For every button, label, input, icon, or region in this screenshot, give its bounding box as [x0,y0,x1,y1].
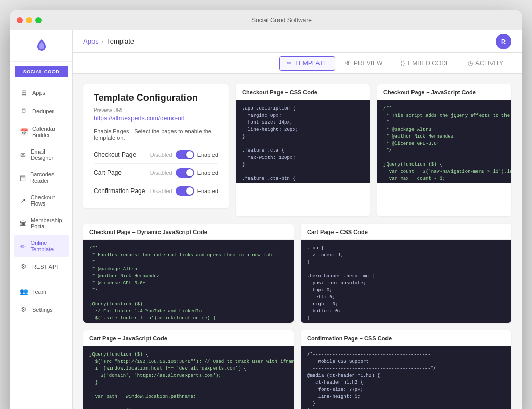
enabled-label-confirmation: Enabled [197,188,218,194]
preview-url: https://altruexperts.com/demo-url [94,115,218,122]
page-toggle-checkout: Checkout Page Disabled Enabled [94,146,218,164]
enable-pages-label: Enable Pages - Select the pages to enabl… [94,128,218,141]
sidebar-item-team[interactable]: 👥 Team [14,283,69,300]
toggle-cart[interactable] [176,168,194,178]
activity-tab-icon: ◷ [468,60,473,67]
minimize-button[interactable] [26,17,32,23]
sidebar-item-barcodes[interactable]: ▤ Barcodes Reader [14,167,69,188]
page-body: Template Configuration Preview URL https… [73,74,522,409]
checkout-page-name: Checkout Page [94,151,146,158]
sidebar-nav: ⊞ Apps ⧉ Deduper 📅 Calendar Builder ✉ Em… [10,81,72,321]
toggle-confirmation[interactable] [176,186,194,196]
sidebar-label-calendar: Calendar Builder [32,126,63,138]
sidebar-label-deduper: Deduper [32,108,54,114]
sidebar-logo [10,30,72,62]
sidebar-item-membership[interactable]: 🏛 Membership Portal [14,212,69,234]
toggle-checkout[interactable] [176,150,194,159]
breadcrumb-apps[interactable]: Apps [83,37,99,45]
activity-tab-label: ACTIVITY [475,60,503,67]
checkout-js-content[interactable]: /** * This script adds the jQuery effect… [377,100,511,183]
email-icon: ✉ [20,151,26,159]
maximize-button[interactable] [35,17,42,23]
code-block-checkout-js: Checkout Page – JavaScript Code /** * Th… [377,84,511,216]
embed-tab-label: EMBED CODE [408,60,450,67]
code-grid-row3: Cart Page – JavaScript Code jQuery(funct… [83,330,511,409]
calendar-icon: 📅 [20,128,28,136]
tab-activity[interactable]: ◷ ACTIVITY [460,56,511,71]
sidebar-label-barcodes: Barcodes Reader [30,171,63,184]
preview-tab-label: PREVIEW [354,60,382,67]
embed-tab-icon: ⟨⟩ [400,60,405,67]
checkout-dynamic-js-content[interactable]: /** * Handles request for external links… [83,240,294,323]
sidebar-item-apps[interactable]: ⊞ Apps [14,84,69,101]
tab-embed-code[interactable]: ⟨⟩ EMBED CODE [392,56,458,71]
config-title: Template Configuration [94,92,218,103]
app-body: SOCIAL GOOD ⊞ Apps ⧉ Deduper 📅 Calendar … [10,30,522,409]
sidebar-label-online-template: Online Template [31,240,63,252]
close-button[interactable] [17,17,23,23]
toggle-labels-confirmation: Disabled Enabled [150,186,218,196]
toggle-labels-cart: Disabled Enabled [150,168,218,178]
main-content: Apps › Template R ✏ TEMPLATE 👁 PREVIEW [73,30,522,409]
sidebar: SOCIAL GOOD ⊞ Apps ⧉ Deduper 📅 Calendar … [10,30,73,409]
deduper-icon: ⧉ [20,107,28,115]
sidebar-item-rest-api[interactable]: ⚙ REST API [14,258,69,275]
breadcrumb-current: Template [107,37,134,45]
preview-url-label: Preview URL [94,107,218,113]
template-tab-label: TEMPLATE [295,60,327,67]
code-grid-checkout: Checkout Page – CSS Code .app .descripti… [236,84,511,216]
sidebar-label-rest-api: REST API [32,264,58,270]
sidebar-label-team: Team [32,289,46,295]
checkout-dynamic-js-title: Checkout Page – Dynamic JavaScript Code [83,224,294,240]
top-nav: Apps › Template R [73,30,522,53]
preview-tab-icon: 👁 [345,60,351,67]
sidebar-divider [17,279,66,279]
code-block-confirmation-css: Confirmation Page – CSS Code /*---------… [301,330,511,409]
rest-api-icon: ⚙ [20,263,28,270]
sidebar-label-checkout: Checkout Flows [31,194,63,207]
sidebar-item-settings[interactable]: ⚙ Settings [14,301,69,318]
page-toggle-cart: Cart Page Disabled Enabled [94,164,218,182]
tab-template[interactable]: ✏ TEMPLATE [279,56,335,71]
membership-icon: 🏛 [20,220,26,227]
cart-js-title: Cart Page – JavaScript Code [83,330,294,346]
code-block-checkout-css: Checkout Page – CSS Code .app .descripti… [236,84,370,216]
enabled-label-cart: Enabled [197,170,218,176]
code-block-cart-js: Cart Page – JavaScript Code jQuery(funct… [83,330,294,409]
page-toggle-confirmation: Confirmation Page Disabled Enabled [94,182,218,200]
checkout-js-title: Checkout Page – JavaScript Code [377,84,511,100]
sidebar-item-online-template[interactable]: ✏ Online Template [14,235,69,257]
sidebar-label-settings: Settings [32,307,53,313]
settings-icon: ⚙ [20,306,28,313]
breadcrumb-separator: › [102,38,104,45]
sidebar-item-deduper[interactable]: ⧉ Deduper [14,102,69,120]
sidebar-item-calendar[interactable]: 📅 Calendar Builder [14,121,69,143]
toggle-labels-checkout: Disabled Enabled [150,150,218,159]
config-section: Template Configuration Preview URL https… [83,84,229,208]
avatar[interactable]: R [496,34,511,49]
sidebar-label-membership: Membership Portal [31,217,63,229]
window-title: Social Good Software [251,17,312,24]
sidebar-item-email[interactable]: ✉ Email Designer [14,144,69,166]
template-tab-icon: ✏ [287,60,292,67]
traffic-lights [17,17,42,23]
sidebar-label-apps: Apps [32,90,45,96]
app-window: Social Good Software SOCIAL GOOD ⊞ Apps … [10,10,522,409]
sidebar-item-checkout[interactable]: ↗ Checkout Flows [14,189,69,211]
cart-js-content[interactable]: jQuery(function ($) { $('src="http://192… [83,346,294,409]
tab-bar: ✏ TEMPLATE 👁 PREVIEW ⟨⟩ EMBED CODE ◷ ACT… [73,53,522,74]
disabled-label-cart: Disabled [150,170,172,176]
cart-css-title: Cart Page – CSS Code [301,224,511,240]
tab-preview[interactable]: 👁 PREVIEW [337,56,390,71]
checkout-css-title: Checkout Page – CSS Code [236,84,370,100]
brand-button[interactable]: SOCIAL GOOD [15,66,68,77]
top-nav-right: R [496,34,511,49]
enabled-label-checkout: Enabled [197,152,218,158]
disabled-label-confirmation: Disabled [150,188,172,194]
confirmation-css-content[interactable]: /*--------------------------------------… [301,346,511,409]
checkout-css-content[interactable]: .app .description { margin: 0px; font-si… [236,100,370,183]
code-block-checkout-dynamic-js: Checkout Page – Dynamic JavaScript Code … [83,224,294,323]
cart-css-content[interactable]: .top { z-index: 1; } .hero-banner .hero-… [301,240,511,323]
online-template-icon: ✏ [20,242,26,250]
code-grid-row2: Checkout Page – Dynamic JavaScript Code … [83,224,511,323]
